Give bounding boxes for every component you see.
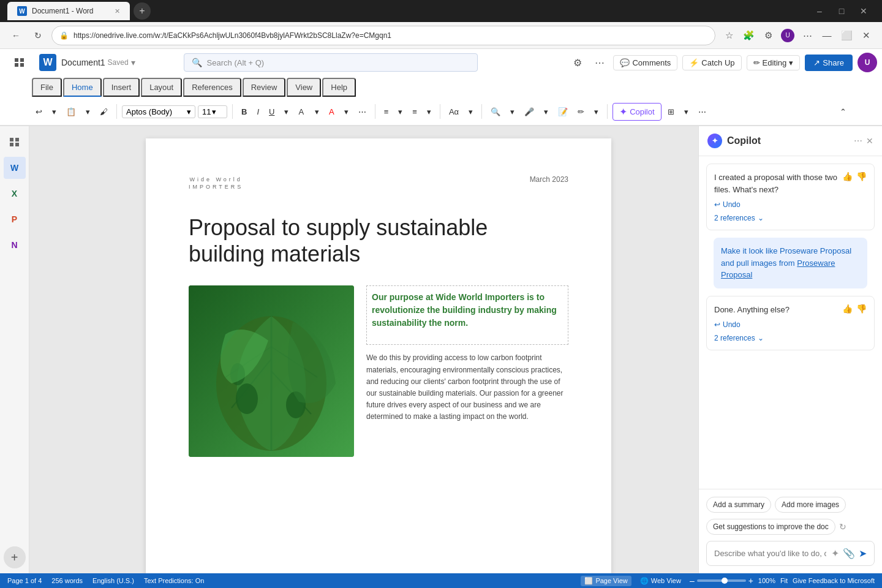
- highlight-btn[interactable]: A: [295, 102, 309, 121]
- powerpoint-nav-btn[interactable]: P: [4, 208, 26, 230]
- settings-btn-app[interactable]: ⚙: [569, 54, 586, 71]
- star-btn[interactable]: ☆: [720, 27, 737, 44]
- more-options-btn[interactable]: ⋯: [591, 54, 608, 71]
- browser-tab[interactable]: W Document1 - Word ✕: [7, 2, 130, 20]
- view-options-btn[interactable]: ⊞: [664, 102, 678, 121]
- thumbup-btn-1[interactable]: 👍: [842, 172, 853, 181]
- tab-view[interactable]: View: [287, 78, 321, 97]
- new-tab-btn[interactable]: +: [134, 2, 151, 20]
- minimize-btn[interactable]: –: [811, 2, 828, 20]
- search-bar[interactable]: 🔍 Search (Alt + Q): [184, 53, 478, 72]
- profile-btn[interactable]: U: [779, 27, 796, 44]
- thumbdown-btn-2[interactable]: 👎: [856, 304, 867, 314]
- tab-layout[interactable]: Layout: [141, 78, 182, 97]
- page-view-btn[interactable]: ⬜ Page View: [581, 576, 631, 586]
- add-summary-chip[interactable]: Add a summary: [706, 497, 771, 513]
- word-nav-btn[interactable]: W: [4, 157, 26, 179]
- web-view-btn[interactable]: 🌐 Web View: [636, 576, 685, 586]
- undo-arrow-btn[interactable]: ▾: [48, 102, 60, 121]
- excel-nav-btn[interactable]: X: [4, 183, 26, 205]
- paste-arrow-btn[interactable]: ▾: [82, 102, 94, 121]
- copilot-close-btn[interactable]: ✕: [866, 136, 873, 146]
- ribbon-more-btn[interactable]: ⋯: [695, 102, 710, 121]
- voice-arrow-btn[interactable]: ▾: [540, 102, 552, 121]
- attach-tool-btn[interactable]: 📎: [843, 548, 855, 559]
- styles-btn[interactable]: Aα: [445, 102, 462, 121]
- share-btn[interactable]: ↗ Share: [805, 55, 853, 71]
- back-btn[interactable]: ←: [7, 27, 24, 44]
- close-btn[interactable]: ✕: [855, 2, 872, 20]
- find-btn[interactable]: 🔍: [487, 102, 504, 121]
- browser-more-btn[interactable]: ⋯: [799, 27, 816, 44]
- feedback-label[interactable]: Give Feedback to Microsoft: [793, 577, 875, 584]
- format-painter-btn[interactable]: 🖌: [96, 102, 111, 121]
- close-window-btn[interactable]: ✕: [858, 27, 875, 44]
- zoom-in-btn[interactable]: +: [748, 576, 753, 586]
- view-arrow-btn[interactable]: ▾: [680, 102, 692, 121]
- font-color-btn[interactable]: A: [325, 102, 338, 121]
- zoom-slider[interactable]: [697, 579, 746, 582]
- voice-btn[interactable]: 🎤: [521, 102, 538, 121]
- tab-help[interactable]: Help: [322, 78, 356, 97]
- refresh-btn[interactable]: ↻: [29, 27, 47, 44]
- ribbon-collapse-btn[interactable]: ⌃: [836, 102, 850, 121]
- maximize-window-btn[interactable]: ⬜: [838, 27, 855, 44]
- refs-1[interactable]: 2 references ⌄: [714, 214, 867, 222]
- font-color-arrow-btn[interactable]: ▾: [341, 102, 352, 121]
- apps-grid-btn[interactable]: [5, 58, 34, 67]
- align-arrow-btn[interactable]: ▾: [423, 102, 435, 121]
- more-font-btn[interactable]: ⋯: [355, 102, 370, 121]
- align-btn[interactable]: ≡: [409, 102, 421, 121]
- highlight-arrow-btn[interactable]: ▾: [311, 102, 323, 121]
- editor-arrow-btn[interactable]: ▾: [590, 102, 602, 121]
- undo-btn-2[interactable]: ↩ Undo: [714, 320, 867, 329]
- copilot-more-btn[interactable]: ⋯: [854, 136, 862, 146]
- tab-review[interactable]: Review: [243, 78, 286, 97]
- copilot-ribbon-btn[interactable]: ✦ Copilot: [612, 103, 661, 121]
- add-images-chip[interactable]: Add more images: [775, 497, 846, 513]
- text-predictions[interactable]: Text Predictions: On: [144, 577, 204, 584]
- bold-btn[interactable]: B: [238, 102, 251, 121]
- extensions-btn[interactable]: 🧩: [740, 27, 757, 44]
- thumbdown-btn-1[interactable]: 👎: [856, 172, 867, 181]
- maximize-btn[interactable]: □: [833, 2, 850, 20]
- bullets-btn[interactable]: ≡: [380, 102, 393, 121]
- comments-btn[interactable]: 💬 Comments: [613, 55, 677, 70]
- font-selector[interactable]: Aptos (Body) ▾: [122, 105, 195, 118]
- zoom-out-btn[interactable]: –: [690, 576, 695, 586]
- italic-btn[interactable]: I: [253, 102, 263, 121]
- fit-label[interactable]: Fit: [780, 577, 788, 584]
- styles-arrow-btn[interactable]: ▾: [465, 102, 477, 121]
- refs-2[interactable]: 2 references ⌄: [714, 334, 867, 342]
- suggestions-chip[interactable]: Get suggestions to improve the doc: [706, 519, 835, 535]
- undo-btn[interactable]: ↩: [32, 102, 46, 121]
- thumbup-btn-2[interactable]: 👍: [842, 304, 853, 314]
- underline-btn[interactable]: U: [265, 102, 278, 121]
- refresh-suggestions-btn[interactable]: ↻: [839, 522, 846, 532]
- bullets-arrow-btn[interactable]: ▾: [394, 102, 406, 121]
- saved-chevron[interactable]: ▾: [131, 58, 135, 67]
- magic-tool-btn[interactable]: ✦: [831, 548, 839, 559]
- catchup-btn[interactable]: ⚡ Catch Up: [682, 55, 741, 70]
- undo-btn-1[interactable]: ↩ Undo: [714, 200, 867, 209]
- underline-arrow-btn[interactable]: ▾: [281, 102, 292, 121]
- minimize-window-btn[interactable]: —: [818, 27, 835, 44]
- tab-references[interactable]: References: [183, 78, 241, 97]
- address-bar[interactable]: 🔒 https://onedrive.live.com/w:/t/EaCKkPs…: [51, 26, 715, 45]
- tab-home[interactable]: Home: [63, 78, 102, 97]
- paste-btn[interactable]: 📋: [62, 102, 80, 121]
- font-size-selector[interactable]: 11 ▾: [198, 105, 227, 118]
- review-btn[interactable]: 📝: [554, 102, 571, 121]
- send-tool-btn[interactable]: ➤: [859, 548, 867, 559]
- editing-btn[interactable]: ✏ Editing ▾: [747, 55, 801, 70]
- apps-nav-btn[interactable]: [4, 131, 26, 153]
- tab-file[interactable]: File: [32, 78, 62, 97]
- document-area[interactable]: Wide World IMPORTERS March 2023 Proposal…: [29, 126, 698, 573]
- copilot-text-input[interactable]: [714, 549, 826, 558]
- settings-btn[interactable]: ⚙: [760, 27, 777, 44]
- find-arrow-btn[interactable]: ▾: [507, 102, 518, 121]
- onenote-nav-btn[interactable]: N: [4, 234, 26, 256]
- user-avatar[interactable]: U: [858, 53, 877, 72]
- tab-close[interactable]: ✕: [115, 7, 120, 15]
- tab-insert[interactable]: Insert: [103, 78, 140, 97]
